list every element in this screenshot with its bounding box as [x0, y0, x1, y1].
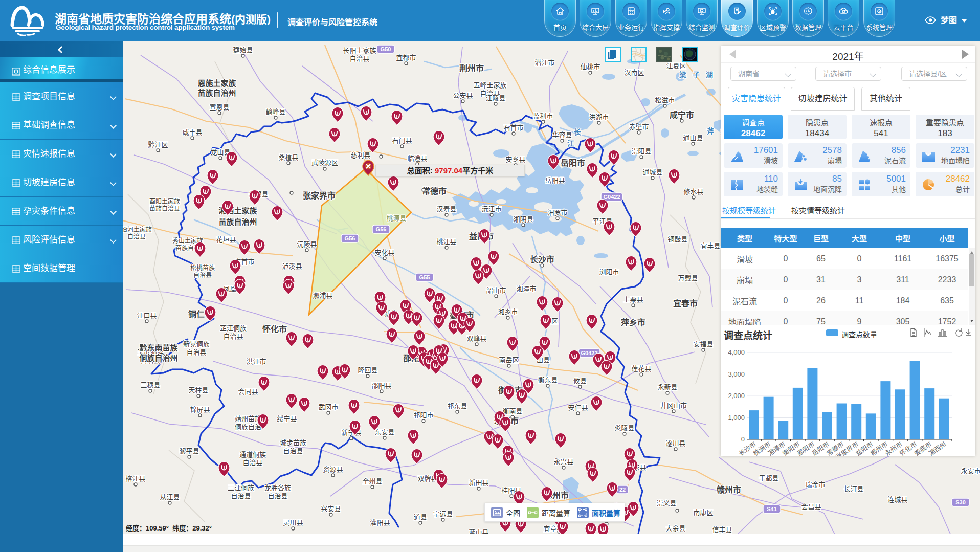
svg-text:信丰县: 信丰县 [712, 526, 732, 534]
svg-text:0: 0 [741, 435, 745, 443]
svg-text:宜丰县: 宜丰县 [700, 242, 720, 250]
svg-text:自治县: 自治县 [268, 492, 287, 500]
svg-text:咸宁市: 咸宁市 [670, 110, 694, 119]
svg-text:新晃侗族: 新晃侗族 [183, 340, 210, 348]
svg-text:G55: G55 [419, 274, 430, 280]
svg-text:黔东南苗族: 黔东南苗族 [139, 343, 178, 352]
svg-text:张家界市: 张家界市 [303, 191, 336, 200]
svg-text:G0422: G0422 [603, 194, 620, 200]
svg-text:湘乡市: 湘乡市 [498, 308, 518, 316]
svg-text:炎陵县: 炎陵县 [614, 424, 634, 432]
svg-text:榕江县: 榕江县 [125, 475, 145, 482]
svg-text:永兴县: 永兴县 [553, 458, 573, 466]
svg-text:锦屏县: 锦屏县 [190, 406, 210, 413]
svg-text:怀化市: 怀化市 [262, 324, 287, 334]
svg-text:芷江侗族: 芷江侗族 [220, 324, 247, 332]
svg-text:桃江县: 桃江县 [436, 238, 456, 246]
svg-text:永新县: 永新县 [657, 383, 677, 391]
svg-text:G56: G56 [345, 235, 355, 241]
svg-text:五峰土家族: 五峰土家族 [473, 81, 506, 89]
svg-text:南岳区: 南岳区 [499, 356, 519, 364]
svg-text:龙胜各族: 龙胜各族 [264, 484, 291, 492]
svg-text:汉南区: 汉南区 [624, 69, 644, 76]
svg-text:通道侗族: 通道侗族 [239, 451, 266, 458]
svg-text:安乡县: 安乡县 [505, 156, 525, 163]
svg-text:天柱县: 天柱县 [188, 386, 208, 394]
svg-text:双峰县: 双峰县 [466, 335, 486, 342]
svg-text:赣州市: 赣州市 [717, 485, 741, 494]
svg-text:花垣县: 花垣县 [216, 236, 236, 244]
svg-text:从江县: 从江县 [160, 493, 180, 501]
svg-text:江: 江 [567, 139, 576, 147]
svg-text:苗族自治县: 苗族自治县 [149, 205, 180, 212]
svg-text:鹤峰县: 鹤峰县 [265, 108, 285, 116]
svg-text:长: 长 [574, 128, 583, 136]
svg-text:于都县: 于都县 [759, 474, 778, 482]
svg-text:灌阳县: 灌阳县 [370, 519, 390, 526]
svg-text:自治县: 自治县 [186, 348, 206, 356]
svg-text:遂川县: 遂川县 [665, 439, 685, 447]
svg-text:崇阳县: 崇阳县 [631, 147, 651, 155]
svg-text:3,000: 3,000 [728, 370, 745, 378]
svg-text:酉阳土家族: 酉阳土家族 [149, 197, 180, 205]
svg-text:衡东县: 衡东县 [538, 376, 558, 384]
svg-text:桑植县: 桑植县 [278, 153, 298, 161]
svg-text:攸县: 攸县 [573, 377, 587, 385]
svg-text:自治县: 自治县 [349, 55, 369, 62]
svg-text:岳阳市: 岳阳市 [561, 158, 585, 167]
svg-text:通山县: 通山县 [683, 134, 703, 142]
svg-text:绥宁县: 绥宁县 [277, 415, 297, 423]
svg-text:武冈市: 武冈市 [318, 403, 338, 411]
svg-text:1,000: 1,000 [728, 414, 745, 422]
svg-text:武陵源区: 武陵源区 [311, 159, 338, 166]
svg-text:S41: S41 [767, 506, 777, 512]
svg-text:梁 子 湖: 梁 子 湖 [679, 71, 715, 79]
svg-text:宜都市: 宜都市 [396, 54, 416, 61]
svg-text:4,000: 4,000 [728, 348, 745, 356]
svg-text:恩施土家族: 恩施土家族 [197, 79, 236, 87]
svg-text:浏阳市: 浏阳市 [599, 268, 619, 276]
svg-text:安仁县: 安仁县 [568, 404, 588, 411]
svg-text:咸丰县: 咸丰县 [182, 128, 202, 136]
svg-text:会昌县: 会昌县 [801, 503, 821, 511]
svg-text:G50: G50 [381, 46, 391, 52]
svg-text:湘潭市: 湘潭市 [516, 285, 536, 293]
svg-text:潜江市: 潜江市 [534, 59, 554, 67]
svg-text:公安县: 公安县 [453, 92, 473, 99]
svg-text:仙桃市: 仙桃市 [580, 63, 600, 71]
svg-text:松滋市: 松滋市 [655, 96, 675, 104]
svg-text:会同县: 会同县 [238, 388, 258, 395]
svg-text:长阳土家族: 长阳土家族 [343, 47, 376, 54]
svg-text:黎平县: 黎平县 [179, 447, 199, 455]
svg-text:石首市: 石首市 [503, 124, 523, 131]
svg-text:万载县: 万载县 [678, 274, 698, 282]
svg-text:宜春市: 宜春市 [673, 299, 698, 308]
svg-text:湘阴县: 湘阴县 [513, 215, 533, 223]
svg-text:G56: G56 [376, 226, 387, 232]
svg-text:常德市: 常德市 [422, 186, 447, 195]
svg-text:韶山市: 韶山市 [486, 286, 506, 294]
svg-text:南康区: 南康区 [693, 509, 713, 516]
svg-text:井冈山市: 井冈山市 [660, 402, 687, 409]
svg-text:莲花县: 莲花县 [631, 365, 651, 372]
svg-text:洪湖市: 洪湖市 [589, 113, 609, 121]
svg-text:赤壁市: 赤壁市 [629, 123, 649, 130]
svg-text:东安县: 东安县 [374, 428, 394, 436]
svg-text:P: P [663, 9, 666, 14]
svg-text:岳阳县: 岳阳县 [545, 176, 565, 184]
svg-text:沿河土家族: 沿河土家族 [123, 226, 152, 233]
svg-text:隆回县: 隆回县 [358, 366, 377, 374]
svg-text:自治县: 自治县 [193, 272, 212, 279]
svg-text:安福县: 安福县 [693, 340, 713, 348]
svg-text:苗族自治州: 苗族自治州 [218, 217, 257, 226]
svg-text:灵川县: 灵川县 [283, 519, 303, 526]
svg-text:荆州市: 荆州市 [459, 63, 484, 73]
svg-text:江口县: 江口县 [137, 312, 157, 319]
svg-text:萍乡市: 萍乡市 [621, 318, 645, 327]
svg-text:长汀县: 长汀县 [843, 485, 863, 493]
svg-text:2,000: 2,000 [728, 392, 745, 400]
svg-text:江陵县: 江陵县 [485, 94, 505, 102]
svg-text:祁东县: 祁东县 [447, 402, 467, 410]
svg-text:三江侗族: 三江侗族 [228, 484, 254, 492]
svg-text:宣恩县: 宣恩县 [209, 103, 229, 111]
